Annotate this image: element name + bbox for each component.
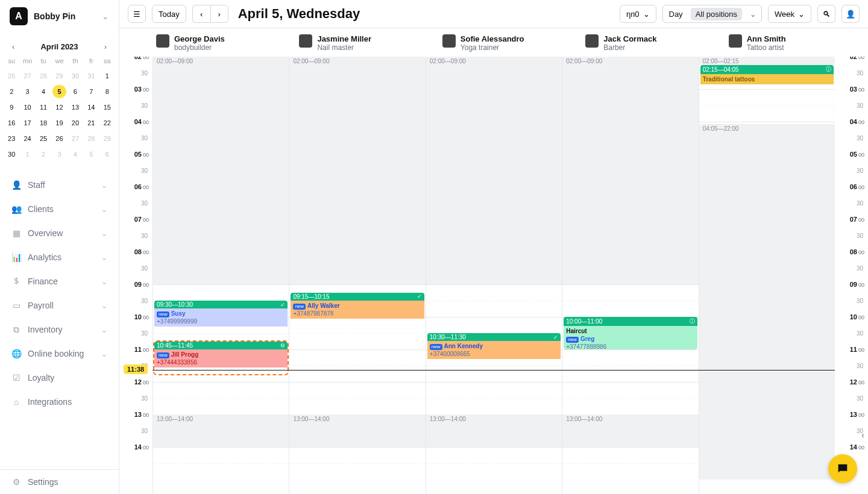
nav-settings[interactable]: ⚙ Settings [0,469,119,494]
menu-icon: ☰ [133,10,140,19]
nav-item-integrations[interactable]: ⌂Integrations [0,390,119,414]
half-hour-label: 30 [141,102,148,109]
nav-item-payroll[interactable]: ▭Payroll⌄ [0,293,119,317]
today-button[interactable]: Today [152,5,186,23]
mini-cal-prev[interactable]: ‹ [8,41,18,52]
mini-cal-day[interactable]: 10 [20,101,34,114]
appointment[interactable]: 10:00—11:00ⓘHaircutnewGreg+37477888986 [564,317,697,349]
mini-cal-day[interactable]: 5 [84,148,98,161]
view-allpositions[interactable]: All positions [691,8,742,20]
mini-cal-day[interactable]: 3 [52,148,66,161]
now-indicator: 11:38 [153,370,835,370]
mini-cal-day[interactable]: 16 [5,116,18,130]
mini-cal-day[interactable]: 28 [84,132,98,145]
mini-cal-day[interactable]: 21 [84,116,98,130]
mini-cal-day[interactable]: 23 [5,132,18,145]
half-hour-label: 30 [857,330,863,337]
nav-item-loyalty[interactable]: ☑Loyalty [0,366,119,390]
nav-item-staff[interactable]: 👤Staff⌄ [0,173,119,197]
staff-column[interactable]: 02:00—09:0013:00—14:0009:15—10:15✓newAll… [289,57,425,494]
mini-cal-day[interactable]: 6 [101,148,114,161]
nav-item-online-booking[interactable]: 🌐Online booking⌄ [0,342,119,366]
staff-header[interactable]: Jasmine MillerNail master [295,28,438,57]
chevron-down-icon: ⌄ [798,10,805,19]
hour-label: 1200 [122,378,149,386]
nav-item-clients[interactable]: 👥Clients⌄ [0,197,119,221]
mini-cal-day[interactable]: 26 [5,69,18,83]
workspace-switcher[interactable]: A Bobby Pin ⌄ [0,0,119,33]
mini-cal-day[interactable]: 4 [69,148,82,161]
mini-cal-day[interactable]: 17 [20,116,34,130]
mini-cal-day[interactable]: 9 [5,101,18,114]
mini-cal-day[interactable]: 5 [52,85,66,98]
mini-cal-day[interactable]: 22 [101,116,114,130]
mini-cal-day[interactable]: 30 [5,148,18,161]
mini-cal-day[interactable]: 29 [52,69,66,83]
mini-cal-day[interactable]: 1 [101,69,114,83]
user-plus-icon: 👤 [846,10,855,19]
mini-cal-day[interactable]: 27 [69,132,82,145]
hour-label: 0300 [837,86,864,93]
view-mode-selector[interactable]: Day All positions ⌄ [662,5,763,23]
staff-header[interactable]: George Davisbodybuilder [153,28,295,57]
menu-button[interactable]: ☰ [128,5,146,23]
mini-cal-day[interactable]: 8 [101,85,114,98]
mini-cal-day[interactable]: 13 [69,101,82,114]
mini-cal-day[interactable]: 1 [20,148,34,161]
status-icon: ⊖ [280,342,285,348]
mini-cal-day[interactable]: 18 [37,116,50,130]
appointment[interactable]: 09:15—10:15✓newAlly Walker+37487987878 [291,293,424,325]
chevron-down-icon: ⌄ [643,10,650,19]
mini-cal-next[interactable]: › [101,41,110,52]
chat-fab[interactable] [828,454,857,483]
mini-cal-day[interactable]: 28 [37,69,50,83]
mini-cal-day[interactable]: 4 [37,85,50,98]
mini-cal-day[interactable]: 20 [69,116,82,130]
appointment[interactable]: 10:30—11:30✓newAnn Kennedy+37400008665 [427,333,561,366]
mini-cal-day[interactable]: 29 [101,132,114,145]
mini-cal-day[interactable]: 31 [84,69,98,83]
appointment[interactable]: 09:30—10:30✓newSusy+37499999999 [154,301,288,333]
staff-column[interactable]: 02:00—09:0013:00—14:0009:30—10:30✓newSus… [153,57,289,494]
nav-item-finance[interactable]: ＄Finance⌄ [0,269,119,293]
mini-cal-day[interactable]: 11 [37,101,50,114]
mini-cal-day[interactable]: 7 [84,85,98,98]
staff-header[interactable]: Ann SmithTattoo artist [725,28,868,57]
mini-cal-day[interactable]: 24 [20,132,34,145]
mini-cal-day[interactable]: 30 [69,69,82,83]
mini-cal-day[interactable]: 19 [52,116,66,130]
mini-cal-day[interactable]: 26 [52,132,66,145]
mini-cal-day[interactable]: 27 [20,69,34,83]
time-gutter-left: 0200300300300400300500300600300700300800… [119,57,153,494]
nav-item-inventory[interactable]: ⧉Inventory⌄ [0,317,119,342]
mini-cal-day[interactable]: 3 [20,85,34,98]
staff-column[interactable]: 02:00—09:0013:00—14:0010:30—11:30✓newAnn… [426,57,562,494]
search-button[interactable]: 🔍︎ [817,5,835,23]
appointment[interactable]: 10:45—11:45⊖newJill Progg+37444333856 [154,342,288,374]
nav-item-overview[interactable]: ▦Overview⌄ [0,221,119,245]
mini-cal-day[interactable]: 14 [84,101,98,114]
staff-column[interactable]: 02:00—09:0013:00—14:0010:00—11:00ⓘHaircu… [562,57,698,494]
half-hour-label: 30 [141,167,148,174]
view-day[interactable]: Day [663,10,689,19]
next-day-button[interactable]: › [210,5,228,23]
prev-day-button[interactable]: ‹ [192,5,210,23]
mini-cal-day[interactable]: 25 [37,132,50,145]
half-hour-label: 30 [857,363,863,369]
nav-item-analytics[interactable]: 📊Analytics⌄ [0,245,119,269]
half-hour-label: 30 [857,102,863,109]
appointment[interactable]: 02:15—04:05ⓘTraditional tattoos [700,65,834,125]
location-selector[interactable]: ηп0 ⌄ [620,5,656,23]
week-button[interactable]: Week ⌄ [768,5,811,23]
mini-cal-day[interactable]: 12 [52,101,66,114]
staff-header[interactable]: Jack CormackBarber [582,28,725,57]
staff-column[interactable]: 02:00—02:1504:05—22:0002:15—04:05ⓘTradit… [699,57,835,494]
mini-cal-day[interactable]: 6 [69,85,82,98]
mini-cal-day[interactable]: 2 [37,148,50,161]
dollar-icon: ＄ [11,276,22,287]
mini-cal-day[interactable]: 2 [5,85,18,98]
status-icon: ⓘ [690,317,695,325]
staff-header[interactable]: Sofie AlessandroYoga trainer [439,28,582,57]
mini-cal-day[interactable]: 15 [101,101,114,114]
add-user-button[interactable]: 👤 [841,5,860,23]
